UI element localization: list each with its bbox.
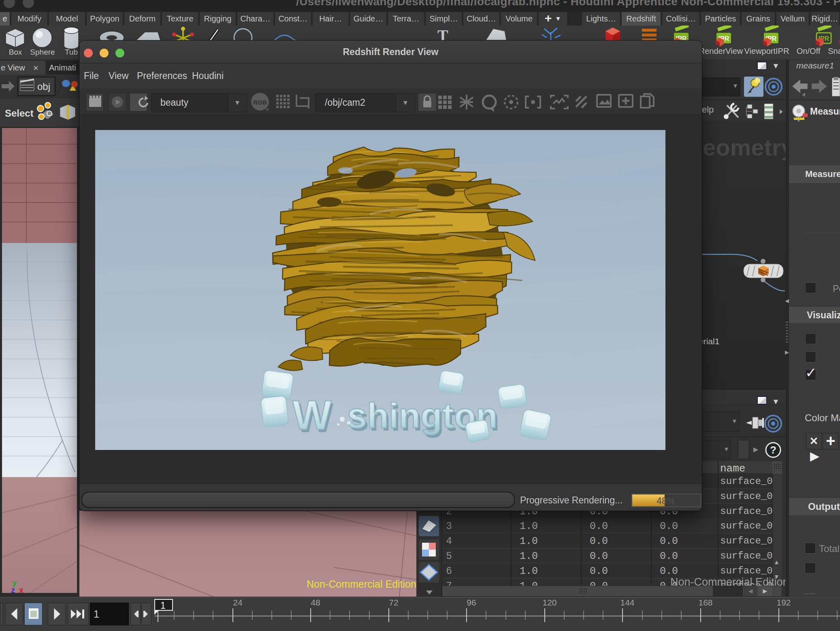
- svg-text:z: z: [11, 586, 15, 593]
- svg-text:T: T: [437, 26, 448, 42]
- svg-text:W: W: [292, 392, 332, 438]
- svg-text:obj: obj: [37, 81, 50, 92]
- svg-text:RGB: RGB: [253, 99, 267, 106]
- svg-text:x: x: [19, 586, 23, 593]
- svg-text:?: ?: [770, 444, 776, 456]
